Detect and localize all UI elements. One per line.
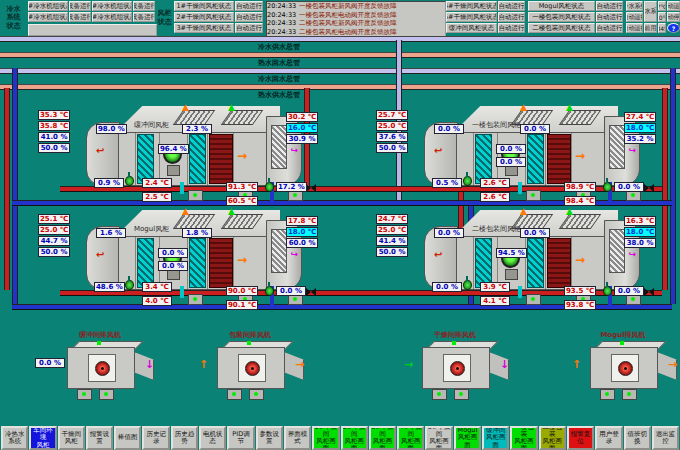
control-valve-icon[interactable]: [264, 178, 273, 191]
damper-actuator-icon[interactable]: [77, 389, 92, 400]
hot-mode-button[interactable]: 手动停止: [667, 12, 680, 22]
fan-box: [422, 347, 490, 389]
nav-button[interactable]: 2#干燥间 风柜画面: [341, 426, 368, 450]
nav-button[interactable]: Mogul 风柜画面: [454, 426, 481, 450]
ahu-status-grid-2: 4#干燥间风柜状态自动运行5#干燥间风柜状态自动运行缓冲间风柜状态自动运行: [446, 1, 525, 33]
nav-button[interactable]: 退出监控: [652, 426, 679, 450]
nav-button[interactable]: 车间环境 风柜: [29, 426, 56, 450]
ahu-status-cell[interactable]: 自动运行: [235, 1, 263, 11]
shutoff-valve-icon: [644, 184, 654, 192]
pipe-value-box: 0.0 %: [614, 182, 644, 192]
nav-button[interactable]: 1#干燥间 风柜画面: [312, 426, 339, 450]
nav-button[interactable]: 历史记录: [142, 426, 169, 450]
cold-mode-button[interactable]: 自动运行: [667, 1, 680, 11]
nav-button[interactable]: 一楼包装 风柜画面: [510, 426, 537, 450]
nav-button[interactable]: 冷热水 系统: [1, 426, 28, 450]
run-mode-button[interactable]: 自动运行: [626, 23, 643, 33]
exhaust-fan-icon[interactable]: [95, 361, 110, 376]
fan-box: [67, 347, 135, 389]
control-valve-icon[interactable]: [124, 172, 133, 185]
ahu-status-cell[interactable]: 2#干燥间风柜状态: [174, 12, 234, 22]
help-button[interactable]: ?: [667, 23, 680, 33]
nav-button[interactable]: PID调节: [227, 426, 254, 450]
airflow-right-arrow-icon: →: [237, 253, 247, 267]
nav-button[interactable]: 报警设置: [86, 426, 113, 450]
control-valve-icon[interactable]: [602, 178, 611, 191]
nav-button[interactable]: 二楼包装 风柜画面: [539, 426, 566, 450]
nav-button[interactable]: 电机状态: [199, 426, 226, 450]
fan-box: [217, 347, 285, 389]
ahu-left-values: 25.7 ℃25.0 ℃37.6 %50.0 %: [376, 110, 408, 154]
filter-section-icon: [475, 134, 492, 184]
sensor-value-box: 24.7 ℃: [376, 214, 408, 224]
exhaust-fan-icon[interactable]: [450, 361, 465, 376]
nav-button[interactable]: 报警复位: [567, 426, 594, 450]
sensor-value-box: 38.0 %: [624, 238, 656, 248]
control-valve-icon[interactable]: [602, 282, 611, 295]
damper-actuator-icon[interactable]: [227, 389, 242, 400]
damper-actuator-icon[interactable]: [188, 190, 203, 201]
damper-actuator-icon[interactable]: [526, 190, 541, 201]
chiller-status-cell[interactable]: 2#冷水机组状态: [28, 12, 68, 22]
sensor-value-box: 18.0 ℃: [624, 123, 656, 133]
cold-mode2-button[interactable]: 自动运行: [626, 12, 643, 22]
control-valve-icon[interactable]: [264, 282, 273, 295]
ahu-status-cell[interactable]: 自动运行: [596, 12, 623, 22]
nav-button[interactable]: 干燥间 风柜: [58, 426, 85, 450]
damper-actuator-icon[interactable]: [99, 389, 114, 400]
damper-value-box: 2.3 %: [182, 124, 212, 134]
damper-actuator-icon[interactable]: [188, 294, 203, 305]
exhaust-fan-icon[interactable]: [245, 361, 260, 376]
chiller-status-grid: 1#冷水机组状态设备运行4#冷水机组状态设备运行2#冷水机组状态设备运行3#冷水…: [28, 1, 155, 22]
chiller-status-cell[interactable]: 设备运行: [69, 12, 91, 22]
ahu-status-cell[interactable]: 1#干燥间风柜状态: [174, 1, 234, 11]
exhaust-fan-icon[interactable]: [618, 361, 633, 376]
ahu-status-cell[interactable]: 自动运行: [235, 23, 263, 33]
nav-button[interactable]: 4#干燥间 风柜画面: [397, 426, 424, 450]
nav-button[interactable]: 缓冲间 风柜画面: [482, 426, 509, 450]
ahu-status-cell[interactable]: 自动运行: [235, 12, 263, 22]
ahu-unit: 35.3 ℃35.8 ℃41.0 %50.0 % 98.0 % 2.3 % 缓冲…: [30, 102, 330, 214]
chiller-status-cell[interactable]: 设备运行: [69, 1, 91, 11]
sensor-value-box: 50.0 %: [38, 143, 70, 153]
nav-button[interactable]: 值班切换: [624, 426, 651, 450]
control-valve-icon[interactable]: [462, 276, 471, 289]
control-valve-icon[interactable]: [462, 172, 471, 185]
ahu-status-cell[interactable]: 4#干燥间风柜状态: [446, 1, 497, 11]
ahu-status-cell[interactable]: 缓冲间风柜状态: [446, 23, 497, 33]
sensor-value-box: 0.0 %: [158, 261, 188, 271]
ahu-status-cell[interactable]: 自动运行: [498, 12, 525, 22]
nav-button[interactable]: 用户登录: [595, 426, 622, 450]
nav-button[interactable]: 参数设置: [256, 426, 283, 450]
nav-button[interactable]: 界面模式: [284, 426, 311, 450]
nav-button[interactable]: 历史趋势: [171, 426, 198, 450]
nav-button[interactable]: 3#干燥间 风柜画面: [369, 426, 396, 450]
bottom-navigation: 冷热水 系统 车间环境 风柜 干燥间 风柜 报警设置 棒值图 历史记录 历史趋势…: [0, 426, 680, 450]
ahu-status-cell[interactable]: 3#干燥间风柜状态: [174, 23, 234, 33]
damper-actuator-icon[interactable]: [526, 294, 541, 305]
ahu-status-cell[interactable]: 自动运行: [596, 1, 623, 11]
control-valve-icon[interactable]: [124, 276, 133, 289]
damper-actuator-icon[interactable]: [600, 389, 615, 400]
ahu-status-cell[interactable]: 二楼包装间风柜状态: [528, 23, 595, 33]
condensate-drop-pipe: [180, 182, 184, 194]
damper-actuator-icon[interactable]: [249, 389, 264, 400]
damper-actuator-icon[interactable]: [454, 389, 469, 400]
chiller-status-cell[interactable]: 3#冷水机组状态: [92, 12, 132, 22]
chiller-status-cell[interactable]: 设备运行: [133, 1, 155, 11]
ahu-front-face: →: [118, 132, 268, 186]
ahu-status-cell[interactable]: 自动运行: [498, 23, 525, 33]
nav-button[interactable]: 5#干燥间 风柜画面: [425, 426, 452, 450]
ahu-status-cell[interactable]: 自动运行: [596, 23, 623, 33]
chiller-status-cell[interactable]: 设备运行: [133, 12, 155, 22]
nav-button[interactable]: 棒值图: [114, 426, 141, 450]
ahu-status-cell[interactable]: 自动运行: [498, 1, 525, 11]
ahu-status-cell[interactable]: 一楼包装间风柜状态: [528, 12, 595, 22]
ahu-status-cell[interactable]: 5#干燥间风柜状态: [446, 12, 497, 22]
sensor-value-box: 50.0 %: [376, 143, 408, 153]
damper-actuator-icon[interactable]: [432, 389, 447, 400]
chiller-status-cell[interactable]: 1#冷水机组状态: [28, 1, 68, 11]
chiller-status-cell[interactable]: 4#冷水机组状态: [92, 1, 132, 11]
damper-actuator-icon[interactable]: [622, 389, 637, 400]
ahu-status-cell[interactable]: Mogul风柜状态: [528, 1, 595, 11]
